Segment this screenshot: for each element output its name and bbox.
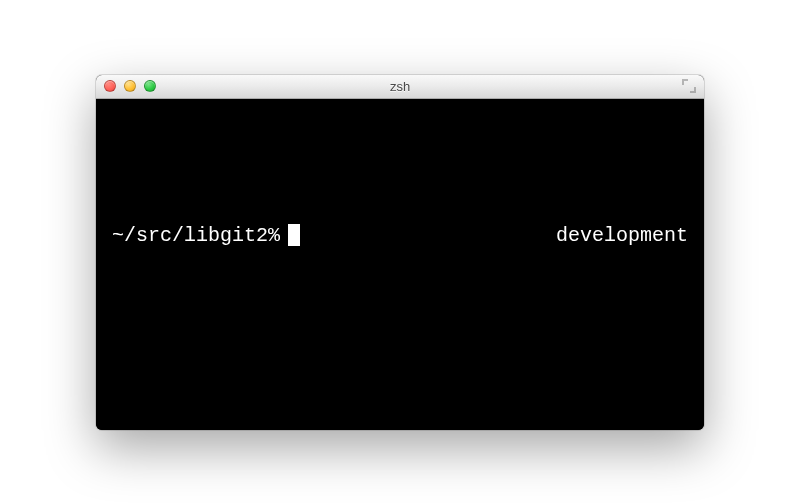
cursor-block: [288, 224, 300, 246]
terminal-window: zsh ~/src/libgit2% development: [96, 75, 704, 430]
fullscreen-icon[interactable]: [682, 79, 696, 93]
prompt-path: ~/src/libgit2%: [112, 224, 280, 247]
terminal-body[interactable]: ~/src/libgit2% development: [96, 99, 704, 430]
prompt-line: ~/src/libgit2% development: [112, 224, 688, 247]
titlebar[interactable]: zsh: [96, 75, 704, 99]
zoom-icon[interactable]: [144, 80, 156, 92]
traffic-lights: [104, 80, 156, 92]
close-icon[interactable]: [104, 80, 116, 92]
prompt-left: ~/src/libgit2%: [112, 224, 300, 247]
window-title: zsh: [96, 79, 704, 94]
prompt-right: development: [556, 224, 688, 247]
minimize-icon[interactable]: [124, 80, 136, 92]
